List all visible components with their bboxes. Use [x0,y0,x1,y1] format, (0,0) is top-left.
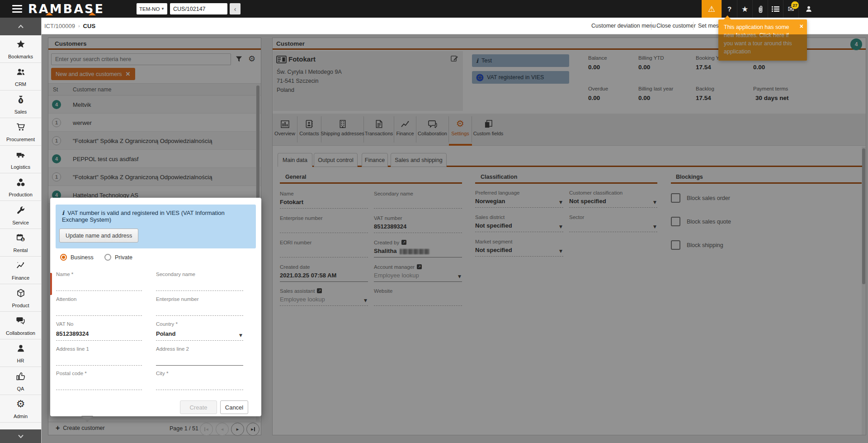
breadcrumb: ICT/100009 › CUS [44,18,95,34]
radio-private[interactable]: Private [104,254,132,261]
customer-deviation-menu-link[interactable]: Customer deviation menu [591,18,656,34]
gear-icon: ⚙ [0,398,41,410]
breadcrumb-separator: › [78,23,80,29]
create-button[interactable]: Create [180,400,217,414]
dialog-field-city[interactable]: City * [156,371,243,390]
chat-icon [0,315,41,327]
chart-line-icon [0,260,41,272]
global-search-input[interactable] [170,3,227,14]
cubes-icon [0,176,41,188]
favorites-icon[interactable]: ★ [737,0,752,18]
sidebar-item-crm[interactable]: CRM [0,63,41,91]
star-icon [0,38,41,50]
dialog-pointer [81,416,93,422]
thumbs-up-icon [0,371,41,382]
radio-business[interactable]: Business [60,254,94,261]
dialog-field-address-line-1[interactable]: Address line 1 [56,346,142,366]
vat-info-message: i VAT number is valid and registered in … [56,205,256,248]
dialog-field-enterprise-number[interactable]: Enterprise number [156,296,243,316]
menu-icon[interactable] [12,5,22,13]
dialog-field-vat-no[interactable]: VAT No 8512389324 [56,321,142,341]
svg-text:$: $ [22,238,24,242]
rambase-app: RAMBASE TEM-NO ▼ ‹ ⚠ ? ★ ✉ 27 IC [0,0,868,443]
dialog-field-address-line-2[interactable]: Address line 2 [156,346,243,366]
cancel-button[interactable]: Cancel [220,400,248,414]
sidebar-item-qa[interactable]: QA [0,367,41,395]
required-field-indicator [50,273,52,295]
back-button[interactable]: ‹ [230,3,241,14]
warning-icon[interactable]: ⚠ [702,0,722,18]
sidebar-item-production[interactable]: Production [0,173,41,201]
sidebar-item-logistics[interactable]: Logistics [0,146,41,173]
sidebar-item-finance[interactable]: Finance [0,257,41,284]
attachment-icon[interactable] [752,0,768,18]
app-sidebar: Bookmarks CRM $ Sales Procurement Logist… [0,18,42,443]
sidebar-item-admin[interactable]: ⚙ Admin [0,395,41,423]
divider [651,22,651,30]
dialog-field-country[interactable]: Country * Poland▼ [156,321,243,341]
create-customer-dialog: i VAT number is valid and registered in … [50,198,261,416]
logo-accent-icon [89,12,96,15]
rental-calendar-icon: $ [0,232,41,244]
chevron-down-icon: ▼ [239,333,242,338]
radio-selected-icon [60,254,67,261]
dialog-field-secondary-name[interactable]: Secondary name [156,272,243,291]
close-icon[interactable]: × [800,22,803,31]
top-bar: RAMBASE TEM-NO ▼ ‹ ⚠ ? ★ ✉ 27 [0,0,868,18]
logo-accent-icon [46,12,53,15]
sidebar-item-sales[interactable]: $ Sales [0,91,41,118]
sidebar-item-rental[interactable]: $ Rental [0,229,41,257]
update-name-address-button[interactable]: Update name and address [59,229,138,243]
cart-icon [0,121,41,133]
module-select[interactable]: TEM-NO ▼ [137,3,167,14]
truck-icon [0,149,41,161]
sidebar-item-service[interactable]: Service [0,201,41,229]
chevron-down-icon: ▼ [161,7,165,11]
dialog-field-attention[interactable]: Attention [56,296,142,316]
divider [693,22,693,30]
sidebar-scroll-up[interactable] [0,18,41,35]
dialog-field-postal-code[interactable]: Postal code * [56,371,142,390]
sidebar-item-bookmarks[interactable]: Bookmarks [0,35,41,63]
tooltip-pointer-icon [724,15,731,19]
radio-unselected-icon [104,254,111,261]
breadcrumb-current: CUS [83,23,95,29]
user-icon[interactable] [798,0,818,18]
mail-count-badge: 27 [791,1,799,9]
sidebar-item-product[interactable]: Product [0,284,41,312]
task-list-icon[interactable] [768,0,783,18]
person-icon [0,343,41,354]
breadcrumb-parent[interactable]: ICT/100009 [44,23,75,29]
wrench-icon [0,205,41,216]
sidebar-item-hr[interactable]: HR [0,339,41,367]
close-customer-link[interactable]: Close customer [656,18,696,34]
cube-icon [0,287,41,299]
sidebar-scroll-down[interactable] [0,429,41,443]
dialog-field-name[interactable]: Name * [56,272,142,291]
money-bag-icon: $ [0,94,41,105]
sidebar-item-procurement[interactable]: Procurement [0,118,41,146]
people-icon [0,66,41,78]
info-icon: i [62,210,64,216]
sidebar-item-collaboration[interactable]: Collaboration [0,312,41,339]
